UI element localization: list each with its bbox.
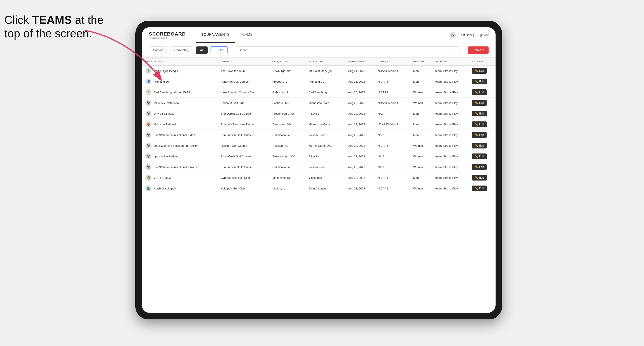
event-icon: 🌿 (146, 175, 152, 181)
cell-scoring: team, Stroke Play (432, 87, 468, 98)
event-icon: 🐉 (146, 185, 152, 191)
tablet-frame: SCOREBOARD Powered by clippit TOURNAMENT… (135, 21, 502, 319)
logo-area: SCOREBOARD Powered by clippit (149, 31, 186, 39)
cell-start-date: Aug 25, 2023 (345, 76, 374, 87)
cell-scoring: team, Stroke Play (432, 76, 468, 87)
cell-actions: ✏️ Edit (468, 151, 496, 162)
edit-icon: ✏️ (475, 101, 478, 104)
edit-button[interactable]: ✏️ Edit (472, 132, 487, 138)
edit-button[interactable]: ✏️ Edit (472, 185, 487, 191)
table-container: EVENT NAME VENUE CITY, STATE HOSTED BY S… (142, 58, 496, 313)
cell-event-name: 🐉 Klash at Kokopelli (142, 183, 217, 194)
edit-icon: ✏️ (475, 133, 478, 137)
event-icon: 🦅 (146, 111, 152, 117)
edit-button[interactable]: ✏️ Edit (472, 143, 487, 149)
event-name-text: MSMC Qualifying 1 (154, 69, 178, 73)
filter-button[interactable]: ☰ Filter (210, 46, 228, 54)
edit-icon: ✏️ (475, 123, 478, 126)
cell-venue: Faribault Golf Club (217, 98, 269, 108)
edit-button[interactable]: ✏️ Edit (472, 68, 487, 74)
cell-actions: ✏️ Edit (468, 87, 496, 98)
nav-signout[interactable]: Sign out (478, 33, 488, 37)
cell-city-state: Faribault, MN (269, 98, 305, 108)
cell-division: NICAA II (374, 140, 410, 151)
cell-division: NCAA Division III (374, 119, 410, 130)
cell-venue: Park Hills Golf Course (217, 76, 269, 87)
nav-teams[interactable]: TEAMS (235, 27, 258, 43)
cell-start-date: Aug 28, 2023 (345, 130, 374, 140)
cell-start-date: Aug 28, 2023 (345, 173, 374, 183)
edit-button[interactable]: ✏️ Edit (472, 79, 487, 84)
cell-gender: Women (410, 87, 432, 98)
col-hosted-by: HOSTED BY (305, 58, 345, 66)
event-name-text: VU PREVIEW (154, 176, 172, 179)
cell-venue: Lake Bracken Country Club (217, 87, 269, 98)
cell-start-date: Aug 28, 2023 (345, 108, 374, 119)
cell-venue: StoneCrest Golf Course (217, 151, 269, 162)
search-input[interactable] (236, 46, 460, 54)
cell-gender: Men (410, 66, 432, 76)
edit-label: Edit (479, 69, 484, 72)
cell-hosted-by: Vincennes (305, 173, 345, 183)
edit-button[interactable]: ✏️ Edit (472, 111, 487, 116)
cell-event-name: 🦅 2023 Women's Hesston Fall Kickoff (142, 140, 217, 151)
settings-icon[interactable]: ⚙ (450, 32, 456, 38)
cell-venue: Kokopelli Golf Club (217, 183, 269, 194)
edit-button[interactable]: ✏️ Edit (472, 121, 487, 127)
logo-title: SCOREBOARD (149, 31, 186, 37)
cell-actions: ✏️ Edit (468, 130, 496, 140)
cell-event-name: 🦅 Fall Statesmen Invitational - Men (142, 130, 217, 140)
table-row: 🏌 MSMC Qualifying 1 The Powelton Club Ne… (142, 66, 496, 76)
cell-venue: Ruttger's Bay Lake Resort (217, 119, 269, 130)
edit-icon: ✏️ (475, 176, 478, 179)
nav-tournaments[interactable]: TOURNAMENTS (196, 27, 235, 43)
cell-city-state: Newburgh, NY (269, 66, 305, 76)
cell-division: NICAA I (374, 87, 410, 98)
cell-city-state: Prestonsburg, KY (269, 108, 305, 119)
cell-actions: ✏️ Edit (468, 108, 496, 119)
cell-start-date: Aug 28, 2023 (345, 162, 374, 173)
cell-venue: Edmundson Golf Course (217, 130, 269, 140)
nav-bar: SCOREBOARD Powered by clippit TOURNAMENT… (142, 27, 496, 43)
all-button[interactable]: All (196, 46, 208, 54)
event-name-text: Carl Sandburg Women FA23 (154, 91, 190, 94)
edit-label: Edit (479, 80, 484, 83)
event-name-text: UPKE Fall Invite (154, 112, 174, 115)
create-button[interactable]: + Create (468, 46, 488, 54)
table-row: 🐉 Klash at Kokopelli Kokopelli Golf Club… (142, 183, 496, 194)
col-start-date: START DATE (345, 58, 374, 66)
cell-venue: StoneCrest Golf Course (217, 108, 269, 119)
cell-scoring: team, Stroke Play (432, 162, 468, 173)
event-icon: 🦅 (146, 143, 152, 149)
edit-button[interactable]: ✏️ Edit (472, 175, 487, 180)
cell-city-state: Freeport, IL (269, 76, 305, 87)
cell-venue: The Powelton Club (217, 66, 269, 76)
edit-label: Edit (479, 91, 484, 94)
tournaments-table: EVENT NAME VENUE CITY, STATE HOSTED BY S… (142, 58, 496, 194)
toolbar: Hosting Competing All ☰ Filter + Create (142, 43, 496, 58)
cell-scoring: team, Stroke Play (432, 130, 468, 140)
cell-division: NCAA Division III (374, 66, 410, 76)
cell-start-date: Aug 28, 2023 (345, 98, 374, 108)
cell-event-name: 🦅 UPKE Fall Invite (142, 108, 217, 119)
cell-gender: Men (410, 130, 432, 140)
edit-button[interactable]: ✏️ Edit (472, 164, 487, 170)
edit-button[interactable]: ✏️ Edit (472, 100, 487, 106)
nav-right: ⚙ Test User | Sign out (450, 32, 488, 38)
edit-label: Edit (479, 144, 484, 147)
cell-event-name: 🌿 VU PREVIEW (142, 173, 217, 183)
cell-scoring: team, Stroke Play (432, 140, 468, 151)
edit-button[interactable]: ✏️ Edit (472, 154, 487, 159)
cell-hosted-by: William Penn (305, 162, 345, 173)
cell-start-date: Aug 26, 2023 (345, 87, 374, 98)
filter-icon: ☰ (214, 48, 216, 52)
cell-actions: ✏️ Edit (468, 162, 496, 173)
hosting-button[interactable]: Hosting (149, 46, 168, 54)
cell-scoring: team, Stroke Play (432, 183, 468, 194)
event-name-text: upike fall invitational (154, 155, 179, 158)
cell-city-state: Oskaloosa, IA (269, 130, 305, 140)
competing-button[interactable]: Competing (170, 46, 193, 54)
cell-event-name: 🦅 Fall Statesmen Invitational - Women (142, 162, 217, 173)
edit-button[interactable]: ✏️ Edit (472, 89, 487, 95)
table-row: 🦅 UPKE Fall Invite StoneCrest Golf Cours… (142, 108, 496, 119)
